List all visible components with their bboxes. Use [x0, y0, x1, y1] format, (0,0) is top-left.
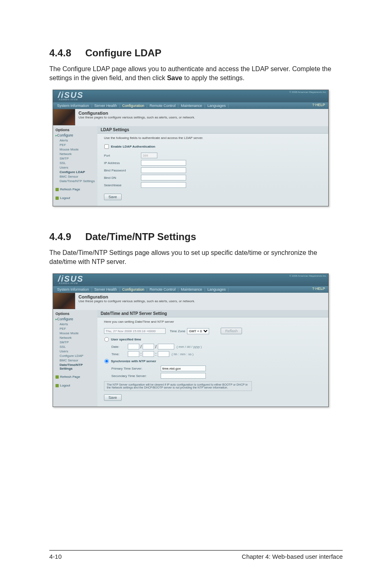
timezone-label: Time Zone	[170, 329, 185, 333]
copyright-text: © 2008 American Megatrends Inc.	[289, 275, 327, 277]
menu-server-health[interactable]: Server Health	[92, 287, 120, 292]
bind-dn-label: Bind DN	[104, 176, 141, 180]
menu-system-information[interactable]: System Information	[55, 104, 92, 108]
menu-maintenance[interactable]: Maintenance	[178, 287, 205, 292]
secondary-time-server-input[interactable]	[161, 373, 206, 379]
page-number: 4-10	[49, 553, 62, 560]
sidebar-item-users[interactable]: Users	[55, 349, 97, 354]
app-header: /iSUS ASMB4-iKVM © 2008 American Megatre…	[53, 274, 328, 286]
main-menu-bar: System Information Server Health Configu…	[53, 286, 328, 293]
time-hint: ( hh : mm : ss )	[172, 352, 194, 356]
page-heading: Configuration	[78, 294, 325, 299]
time-mm-input[interactable]	[143, 351, 154, 357]
section-number: 4.4.9	[49, 231, 71, 243]
copyright-text: © 2008 American Megatrends Inc.	[289, 91, 327, 93]
sidebar-refresh-page[interactable]: Refresh Page	[55, 187, 97, 192]
main-panel: Date/Time and NTP Server Setting Here yo…	[97, 310, 328, 407]
sidebar-group-configure[interactable]: Configure	[55, 133, 97, 137]
sidebar-group-configure[interactable]: Configure	[55, 317, 97, 321]
chapter-label: Chapter 4: Web-based user interface	[242, 553, 343, 560]
page-heading-desc: Use these pages to configure various set…	[78, 299, 325, 303]
sidebar-item-smtp[interactable]: SMTP	[55, 156, 97, 161]
date-yyyy-input[interactable]	[158, 344, 174, 349]
enable-ldap-checkbox[interactable]	[104, 144, 109, 149]
sidebar-item-datetime-ntp[interactable]: Date/Time/NTP Settings	[55, 179, 97, 183]
sidebar-item-bmc-sensor[interactable]: BMC Sensor	[55, 174, 97, 179]
menu-remote-control[interactable]: Remote Control	[147, 104, 178, 108]
user-specified-time-radio[interactable]	[104, 337, 109, 342]
searchbase-input[interactable]	[141, 182, 186, 188]
sidebar-item-network[interactable]: Network	[55, 335, 97, 340]
panel-description: Here you can setting Date/Time and NTP s…	[104, 320, 322, 324]
screenshot-datetime-ntp: /iSUS ASMB4-iKVM © 2008 American Megatre…	[53, 273, 329, 407]
screenshot-ldap: /iSUS ASMB4-iKVM © 2008 American Megatre…	[53, 90, 329, 206]
menu-server-health[interactable]: Server Health	[92, 104, 120, 108]
panel-title: LDAP Settings	[97, 126, 328, 134]
section-number: 4.4.8	[49, 47, 71, 59]
time-hh-input[interactable]	[128, 351, 139, 357]
sidebar-item-bmc-sensor[interactable]: BMC Sensor	[55, 358, 97, 363]
save-button[interactable]: Save	[104, 394, 122, 401]
page-heading: Configuration	[78, 111, 325, 116]
sidebar-item-pef[interactable]: PEF	[55, 326, 97, 331]
sidebar-item-pef[interactable]: PEF	[55, 143, 97, 147]
panel-title: Date/Time and NTP Server Setting	[97, 310, 328, 317]
ip-address-label: IP Address	[104, 161, 141, 165]
menu-maintenance[interactable]: Maintenance	[178, 104, 205, 108]
sidebar-item-configure-ldap[interactable]: Configure LDAP	[55, 354, 97, 358]
reflash-button[interactable]: Reflash	[221, 328, 242, 334]
sidebar-logout[interactable]: Logout	[55, 195, 97, 201]
save-button[interactable]: Save	[104, 194, 122, 200]
sidebar-options-label: Options	[55, 312, 97, 316]
ip-address-input[interactable]	[141, 160, 186, 166]
sidebar-refresh-page[interactable]: Refresh Page	[55, 374, 97, 379]
brand-sub: ASMB4-iKVM	[59, 98, 78, 101]
timezone-select[interactable]: GMT + 0	[187, 328, 209, 334]
sidebar: Options Configure Alerts PEF Mouse Mode …	[53, 310, 97, 407]
sync-ntp-label: Synchronize with NTP server	[111, 359, 156, 363]
panel-description: Use the following fields to authenticate…	[104, 136, 322, 140]
help-link[interactable]: ? HELP	[312, 287, 325, 291]
header-thumbnail	[53, 109, 75, 125]
primary-time-server-label: Primary Time Server:	[111, 367, 161, 370]
bind-dn-input[interactable]	[141, 175, 186, 180]
sidebar-item-users[interactable]: Users	[55, 165, 97, 170]
sidebar-item-mouse-mode[interactable]: Mouse Mode	[55, 147, 97, 152]
sidebar-item-configure-ldap[interactable]: Configure LDAP	[55, 170, 97, 174]
brand-sub: ASMB4-iKVM	[59, 282, 78, 285]
menu-configuration[interactable]: Configuration	[120, 287, 148, 292]
sidebar-logout[interactable]: Logout	[55, 383, 97, 388]
menu-configuration[interactable]: Configuration	[120, 104, 148, 108]
port-input[interactable]	[141, 153, 157, 158]
bind-password-label: Bind Password	[104, 169, 141, 172]
sidebar-item-network[interactable]: Network	[55, 152, 97, 156]
section-title-text: Date/Time/NTP Settings	[85, 231, 196, 242]
sidebar-item-smtp[interactable]: SMTP	[55, 340, 97, 345]
menu-languages[interactable]: Languages	[205, 287, 229, 292]
bind-password-input[interactable]	[141, 167, 186, 173]
main-panel: LDAP Settings Use the following fields t…	[97, 126, 328, 206]
time-label: Time:	[111, 352, 128, 356]
page-heading-desc: Use these pages to configure various set…	[78, 116, 325, 119]
date-label: Date:	[111, 345, 128, 349]
menu-system-information[interactable]: System Information	[55, 287, 92, 292]
sidebar-item-alerts[interactable]: Alerts	[55, 322, 97, 326]
time-ss-input[interactable]	[158, 351, 169, 357]
sidebar-item-alerts[interactable]: Alerts	[55, 138, 97, 143]
date-mm-input[interactable]	[128, 344, 139, 349]
port-label: Port	[104, 154, 141, 157]
sidebar-item-mouse-mode[interactable]: Mouse Mode	[55, 331, 97, 335]
primary-time-server-input[interactable]	[161, 366, 206, 371]
menu-languages[interactable]: Languages	[205, 104, 229, 108]
date-dd-input[interactable]	[143, 344, 154, 349]
page-footer: 4-10 Chapter 4: Web-based user interface	[49, 550, 343, 560]
sidebar-item-datetime-ntp[interactable]: Date/Time/NTP Settings	[55, 363, 97, 371]
sidebar-item-ssl[interactable]: SSL	[55, 345, 97, 349]
sidebar-item-ssl[interactable]: SSL	[55, 161, 97, 165]
date-hint: ( mm / dd / yyyy )	[177, 345, 202, 349]
help-link[interactable]: ? HELP	[312, 103, 325, 107]
menu-remote-control[interactable]: Remote Control	[147, 287, 178, 292]
header-thumbnail	[53, 293, 75, 309]
sync-ntp-radio[interactable]	[104, 359, 109, 363]
current-datetime-display	[104, 328, 166, 334]
